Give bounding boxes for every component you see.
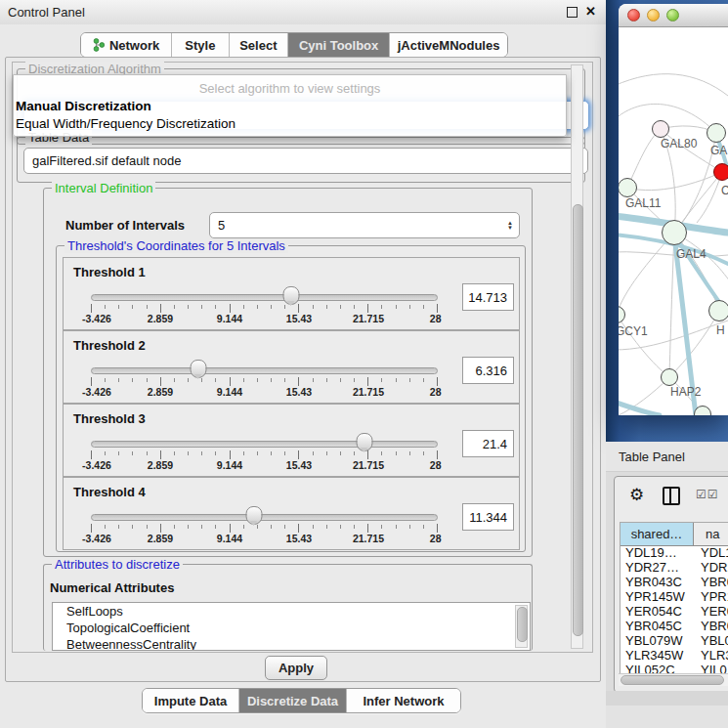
- cell-name[interactable]: YLR3: [694, 648, 728, 663]
- threshold-value-field[interactable]: 21.4: [462, 430, 514, 457]
- algorithm-option-manual[interactable]: Manual Discretization: [16, 99, 151, 113]
- algorithm-dropdown-popup: Select algorithm to view settings Manual…: [13, 74, 567, 137]
- slider-thumb[interactable]: [245, 506, 262, 525]
- tick-label: 2.859: [148, 459, 173, 471]
- slider-thumb[interactable]: [191, 360, 207, 378]
- cell-shared-name[interactable]: YDL19…: [621, 545, 694, 560]
- node-label: GAL4: [676, 247, 707, 261]
- apply-button[interactable]: Apply: [265, 656, 327, 680]
- tab-network[interactable]: Network: [81, 33, 172, 57]
- list-scrollbar[interactable]: [515, 605, 528, 648]
- list-item[interactable]: TopologicalCoefficient: [53, 620, 530, 636]
- slider-track[interactable]: [91, 514, 438, 521]
- table-row[interactable]: YBR043CYBR0: [621, 575, 728, 589]
- tick-label: 2.859: [148, 313, 173, 324]
- attributes-group: Attributes to discretize Numerical Attri…: [43, 564, 533, 651]
- numerical-attributes-list[interactable]: SelfLoops TopologicalCoefficient Between…: [52, 602, 531, 651]
- node-gal11[interactable]: [619, 178, 637, 197]
- threshold-label: Threshold 2: [73, 338, 146, 353]
- thresholds-group-title: Threshold's Coordinates for 5 Intervals: [64, 238, 288, 253]
- threshold-value-field[interactable]: 14.713: [462, 283, 514, 311]
- list-item[interactable]: BetweennessCentrality: [53, 636, 530, 651]
- algorithm-option-equal-width[interactable]: Equal Width/Frequency Discretization: [16, 116, 236, 131]
- table-horizontal-scrollbar[interactable]: [619, 673, 728, 686]
- threshold-slider[interactable]: [91, 286, 438, 306]
- threshold-panel: Threshold 3 -3.426 2.859 9.144 15.43 21.…: [63, 404, 520, 477]
- cell-name[interactable]: YPR1: [694, 589, 728, 604]
- slider-tick-labels: -3.426 2.859 9.144 15.43 21.715 28: [91, 459, 438, 470]
- table-row[interactable]: YBL079WYBL0: [621, 633, 728, 648]
- tab-select[interactable]: Select: [230, 33, 288, 57]
- checkbox-columns-icon[interactable]: ☑☑: [696, 488, 719, 501]
- table-row[interactable]: YER054CYER0: [621, 604, 728, 619]
- minimize-traffic-light-icon[interactable]: [647, 9, 660, 21]
- table-horizontal-scrollbar-thumb[interactable]: [621, 675, 724, 685]
- slider-track[interactable]: [91, 367, 438, 374]
- cell-name[interactable]: YDR2: [694, 560, 728, 575]
- slider-thumb[interactable]: [357, 433, 373, 451]
- table-row[interactable]: YLR345WYLR3: [621, 648, 728, 663]
- cell-name[interactable]: YBL0: [694, 633, 728, 648]
- tab-style[interactable]: Style: [172, 33, 229, 57]
- number-of-intervals-combo[interactable]: 5 ▲▼: [209, 212, 520, 238]
- tab-discretize-data[interactable]: Discretize Data: [239, 689, 347, 712]
- algorithm-popup-prompt: Select algorithm to view settings: [14, 81, 566, 96]
- float-window-icon[interactable]: [567, 7, 578, 18]
- cell-shared-name[interactable]: YBR045C: [621, 619, 694, 633]
- panel-scrollbar-thumb[interactable]: [573, 204, 583, 636]
- table-data-combo[interactable]: galFiltered.sif default node ▲▼: [23, 148, 588, 174]
- table-panel-titlebar: Table Panel: [606, 442, 728, 472]
- threshold-value-field[interactable]: 11.344: [462, 503, 514, 531]
- node-gal4[interactable]: [662, 220, 687, 245]
- close-traffic-light-icon[interactable]: [627, 9, 640, 21]
- cell-name[interactable]: YBR0: [694, 619, 728, 633]
- tab-impute-data[interactable]: Impute Data: [143, 689, 239, 712]
- threshold-slider[interactable]: [91, 360, 438, 379]
- node-partial-right[interactable]: [708, 300, 728, 321]
- table-row[interactable]: YBR045CYBR0: [621, 619, 728, 633]
- cell-shared-name[interactable]: YBL079W: [621, 633, 694, 648]
- slider-thumb[interactable]: [282, 286, 299, 305]
- panel-scrollbar[interactable]: [571, 64, 583, 649]
- network-canvas[interactable]: GAL80 GA C GAL11 GAL4 GCY1 H HAP2: [619, 27, 728, 415]
- tab-discretize-data-label: Discretize Data: [247, 694, 338, 708]
- zoom-traffic-light-icon[interactable]: [666, 9, 679, 21]
- list-item[interactable]: SelfLoops: [53, 603, 530, 620]
- cell-shared-name[interactable]: YBR043C: [621, 575, 694, 589]
- threshold-label: Threshold 3: [73, 411, 146, 426]
- list-scrollbar-thumb[interactable]: [517, 607, 528, 642]
- node-gal80[interactable]: [652, 120, 669, 138]
- tab-cyni-toolbox[interactable]: Cyni Toolbox: [288, 33, 390, 57]
- column-header-name[interactable]: na: [694, 523, 728, 545]
- slider-track[interactable]: [91, 294, 438, 301]
- table-row[interactable]: YDR27…YDR2: [621, 560, 728, 575]
- stepper-icon[interactable]: ▲▼: [507, 221, 513, 231]
- slider-track[interactable]: [91, 441, 438, 448]
- cell-shared-name[interactable]: YLR345W: [621, 648, 694, 663]
- split-columns-icon[interactable]: [663, 487, 680, 505]
- node-label: HAP2: [670, 385, 701, 399]
- cell-shared-name[interactable]: YER054C: [621, 604, 694, 619]
- threshold-value-field[interactable]: 6.316: [462, 357, 514, 384]
- network-icon: [93, 38, 105, 52]
- threshold-slider[interactable]: [91, 433, 438, 452]
- slider-tick-labels: -3.426 2.859 9.144 15.43 21.715 28: [91, 533, 438, 543]
- cell-shared-name[interactable]: YDR27…: [621, 560, 694, 575]
- threshold-slider[interactable]: [91, 506, 438, 526]
- node-hap2[interactable]: [661, 368, 678, 386]
- table-row[interactable]: YDL19…YDL1: [621, 545, 728, 560]
- table-header-row: shared… na: [621, 523, 728, 546]
- tab-infer-network[interactable]: Infer Network: [347, 689, 460, 712]
- gear-icon[interactable]: ⚙: [629, 485, 644, 505]
- tab-jactivemnodules[interactable]: jActiveMNodules: [390, 33, 507, 57]
- table-row[interactable]: YPR145WYPR1: [621, 589, 728, 604]
- close-icon[interactable]: ✕: [585, 4, 596, 19]
- tick-label: 21.715: [353, 533, 384, 544]
- cell-name[interactable]: YBR0: [694, 575, 728, 589]
- node-selected-red[interactable]: [713, 163, 728, 181]
- cell-name[interactable]: YDL1: [694, 545, 728, 560]
- column-header-shared-name[interactable]: shared…: [621, 523, 694, 545]
- cell-shared-name[interactable]: YPR145W: [621, 589, 694, 604]
- cell-name[interactable]: YER0: [694, 604, 728, 619]
- node-partial-top-right[interactable]: [707, 123, 726, 143]
